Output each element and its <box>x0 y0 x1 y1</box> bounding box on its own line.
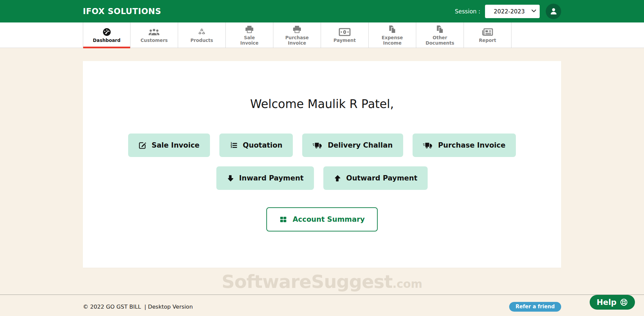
main-nav: DashboardCustomersProductsSaleInvoicePur… <box>0 22 644 48</box>
tab-label: Products <box>191 38 213 43</box>
grid-icon <box>279 216 287 223</box>
quick-actions-row1: Sale Invoice123QuotationDelivery Challan… <box>83 134 561 157</box>
life-ring-icon <box>620 298 628 306</box>
tab-label: Dashboard <box>93 38 120 43</box>
button-label: Quotation <box>243 141 282 149</box>
tab-label: Customers <box>141 38 168 43</box>
users-icon <box>148 28 160 37</box>
brand-title: IFOX SOLUTIONS <box>83 7 161 16</box>
copy-icon <box>435 25 444 34</box>
version-text: | Desktop Version <box>144 304 193 310</box>
tab-report[interactable]: Report <box>464 22 512 48</box>
session-select[interactable]: 2022-2023 <box>485 5 540 18</box>
refer-a-friend-button[interactable]: Refer a friend <box>509 302 561 312</box>
inward-payment-button[interactable]: Inward Payment <box>216 166 314 190</box>
button-label: Sale Invoice <box>152 141 200 149</box>
welcome-heading: Welcome Maulik R Patel, <box>83 61 561 112</box>
printer-icon <box>292 25 302 34</box>
quick-actions-row2: Inward PaymentOutward Payment <box>83 166 561 190</box>
session-label: Session : <box>455 8 480 15</box>
quotation-button[interactable]: 123Quotation <box>219 134 293 157</box>
button-label: Delivery Challan <box>328 141 392 149</box>
avatar[interactable] <box>546 4 561 19</box>
account-summary-button[interactable]: Account Summary <box>266 207 378 231</box>
session-select-wrap: 2022-2023 <box>485 5 540 18</box>
arrow-down-icon <box>227 174 234 182</box>
help-button[interactable]: Help <box>590 295 635 310</box>
button-label: Outward Payment <box>346 174 417 182</box>
nav-tabs: DashboardCustomersProductsSaleInvoicePur… <box>83 22 644 48</box>
app-header: IFOX SOLUTIONS Session : 2022-2023 <box>0 0 644 22</box>
tab-label: ExpenseIncome <box>382 35 403 46</box>
ordered-list-icon: 123 <box>230 142 237 149</box>
tab-other-documents[interactable]: OtherDocuments <box>416 22 464 48</box>
user-icon <box>549 7 558 16</box>
tab-sale-invoice[interactable]: SaleInvoice <box>226 22 273 48</box>
dashboard-gauge-icon <box>102 28 111 37</box>
truck-icon <box>313 142 322 149</box>
watermark-suffix: .com <box>392 277 422 291</box>
button-label: Inward Payment <box>239 174 304 182</box>
tab-customers[interactable]: Customers <box>130 22 178 48</box>
watermark: SoftwareSuggest.com <box>0 272 644 294</box>
money-bill-icon <box>339 28 351 37</box>
tab-expense-income[interactable]: ExpenseIncome <box>369 22 416 48</box>
tab-dashboard[interactable]: Dashboard <box>83 22 130 48</box>
delivery-challan-button[interactable]: Delivery Challan <box>302 134 403 157</box>
sale-invoice-button[interactable]: Sale Invoice <box>128 134 210 157</box>
cubes-icon <box>197 28 206 37</box>
tab-label: PurchaseInvoice <box>285 35 309 46</box>
tab-label: Payment <box>333 38 356 43</box>
arrow-up-icon <box>334 174 341 182</box>
truck-icon <box>423 142 433 149</box>
tab-label: OtherDocuments <box>426 35 454 46</box>
printer-icon <box>245 25 254 34</box>
footer-text: © 2022 GO GST BILL | Desktop Version <box>83 304 193 310</box>
tab-payment[interactable]: Payment <box>321 22 369 48</box>
tab-label: SaleInvoice <box>240 35 259 46</box>
watermark-main: SoftwareSuggest <box>222 271 392 292</box>
copyright-text: © 2022 GO GST BILL <box>83 304 141 310</box>
edit-icon <box>139 142 146 149</box>
purchase-invoice-button[interactable]: Purchase Invoice <box>413 134 516 157</box>
dashboard-card: Welcome Maulik R Patel, Sale Invoice123Q… <box>83 61 561 268</box>
tab-purchase-invoice[interactable]: PurchaseInvoice <box>273 22 321 48</box>
session-area: Session : 2022-2023 <box>455 4 561 19</box>
tab-label: Report <box>479 38 496 43</box>
newspaper-icon <box>482 28 493 37</box>
button-label: Purchase Invoice <box>438 141 505 149</box>
account-summary-row: Account Summary <box>83 207 561 231</box>
outward-payment-button[interactable]: Outward Payment <box>323 166 428 190</box>
account-summary-label: Account Summary <box>293 215 365 223</box>
copy-icon <box>388 25 397 34</box>
help-button-label: Help <box>597 298 616 307</box>
footer: © 2022 GO GST BILL | Desktop Version Ref… <box>0 295 644 316</box>
tab-products[interactable]: Products <box>178 22 226 48</box>
svg-text:3: 3 <box>230 145 232 148</box>
